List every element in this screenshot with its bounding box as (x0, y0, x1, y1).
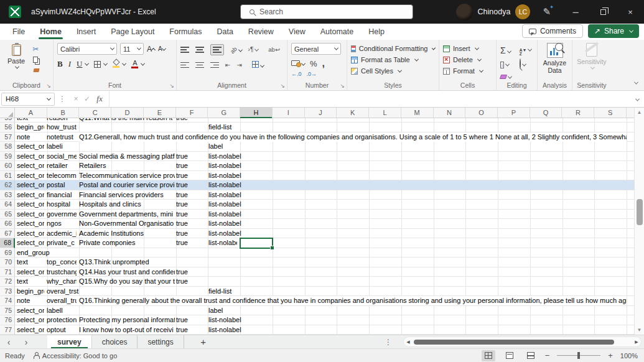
row-header-60[interactable]: 60 (0, 161, 15, 171)
borders-button[interactable] (94, 61, 101, 68)
comma-style-button[interactable]: , (322, 58, 325, 69)
table-row[interactable]: 71select_onetrustchangQ14.Has your trust… (0, 267, 634, 277)
cell-appearance[interactable]: label (208, 306, 333, 315)
scroll-down-icon[interactable]: ▼ (635, 327, 644, 333)
insert-function-button[interactable]: fx (93, 94, 106, 104)
fill-color-button[interactable] (113, 60, 119, 68)
column-header-S[interactable]: S (594, 108, 627, 118)
cell-appearance[interactable]: list-nolabel (208, 210, 333, 219)
orientation-button[interactable]: ab (230, 45, 242, 54)
zoom-slider-handle[interactable] (577, 352, 580, 359)
cell-label[interactable]: Financial services providers (79, 190, 175, 200)
row-header-75[interactable]: 75 (0, 306, 15, 316)
column-header-Q[interactable]: Q (530, 108, 562, 118)
cell-required[interactable]: true (176, 190, 206, 200)
cell-type[interactable]: select_one (17, 219, 44, 228)
cell-type[interactable]: select_one (17, 142, 44, 151)
cell-appearance[interactable]: list-nolabel (208, 238, 237, 248)
table-row[interactable]: 62select_onepostalPostal and courier ser… (0, 180, 634, 190)
sheet-tab-choices[interactable]: choices (92, 335, 138, 348)
column-header-E[interactable]: E (144, 108, 176, 118)
accounting-format-button[interactable] (291, 59, 305, 68)
row-header-55[interactable]: 55 (0, 118, 15, 123)
cell-type[interactable]: select_one (17, 229, 44, 238)
normal-view-button[interactable] (482, 350, 495, 361)
cell-label[interactable]: Private componies (79, 238, 175, 248)
number-dialog-launcher[interactable]: ↘ (340, 83, 345, 89)
cell-appearance[interactable]: list-nolabel (208, 200, 333, 209)
cell-type[interactable]: begin_group (17, 123, 44, 132)
font-name-select[interactable]: Calibri (57, 43, 117, 55)
cell-required[interactable]: true (176, 200, 206, 209)
page-layout-view-button[interactable] (503, 350, 516, 361)
cell-name[interactable]: acdemic_i (47, 229, 77, 238)
decrease-decimal-button[interactable]: .0→ (307, 71, 317, 77)
column-header-I[interactable]: I (273, 108, 305, 118)
cell-type[interactable]: text (17, 258, 44, 267)
cell-type[interactable]: select_one (17, 210, 44, 219)
column-header-N[interactable]: N (434, 108, 466, 118)
cell-type[interactable]: end_group (17, 248, 76, 258)
table-row[interactable]: 64select_onehospitalHospitals and clinic… (0, 200, 634, 210)
cell-appearance[interactable]: list-nolabel (208, 161, 333, 170)
cell-appearance[interactable]: list-nolabel (208, 180, 333, 190)
autosum-button[interactable]: Σ (500, 45, 513, 55)
share-button[interactable]: ↗ Share (588, 24, 639, 38)
cell-appearance[interactable]: label (208, 142, 333, 151)
cell-appearance[interactable]: list-nolabel (208, 325, 333, 335)
cell-required[interactable]: true (176, 277, 206, 286)
cell-required[interactable]: true (176, 325, 206, 335)
cell-name[interactable]: overall_tru (47, 296, 77, 305)
cell-label[interactable]: Academic Institutions (79, 229, 175, 238)
increase-indent-button[interactable]: ⇥ (236, 62, 241, 68)
row-header-62[interactable]: 62 (0, 180, 15, 190)
row-header-74[interactable]: 74 (0, 296, 15, 306)
cell-name[interactable]: reason (47, 118, 77, 123)
cell-label[interactable]: Q16.Thinking generally about the ovarall… (79, 296, 627, 305)
fill-button[interactable]: ↓ (500, 59, 513, 68)
row-header-68[interactable]: 68 (0, 238, 15, 248)
cell-name[interactable]: private_c (47, 238, 77, 248)
table-row[interactable]: 68select_oneprivate_cPrivate componiestr… (0, 238, 634, 248)
formula-input[interactable] (109, 91, 634, 107)
page-break-view-button[interactable] (524, 350, 538, 361)
ribbon-tab-help[interactable]: Help (361, 24, 392, 40)
ribbon-tab-home[interactable]: Home (32, 24, 69, 40)
align-right-button[interactable] (210, 62, 219, 68)
align-left-button[interactable] (180, 62, 189, 68)
accessibility-status[interactable]: Accessibility: Good to go (34, 352, 117, 360)
cell-name[interactable]: labell (47, 306, 114, 315)
zoom-slider[interactable] (557, 355, 600, 356)
cell-type[interactable]: text (17, 118, 44, 123)
row-header-67[interactable]: 67 (0, 229, 15, 239)
cancel-icon[interactable]: × (70, 95, 82, 103)
ribbon-tab-formulas[interactable]: Formulas (162, 24, 209, 40)
center-button[interactable] (195, 62, 204, 68)
cell-label[interactable]: I know how to opt-out of receivi (79, 325, 175, 335)
cell-name[interactable]: governme (47, 210, 77, 219)
table-row[interactable]: 66select_onengosNon-Governmental Organis… (0, 219, 634, 229)
row-header-61[interactable]: 61 (0, 171, 15, 181)
cell-label[interactable]: Q14.Has your trust and confiden (79, 267, 175, 277)
cell-name[interactable]: how_trust (47, 123, 114, 132)
table-row[interactable]: 70texttop_conceQ13.Think unprompted (0, 258, 634, 267)
cut-button[interactable]: ✂ (32, 45, 40, 53)
column-header-P[interactable]: P (498, 108, 530, 118)
zoom-in-button[interactable]: + (608, 351, 613, 360)
cell-label[interactable]: Retailers (79, 161, 175, 170)
increase-decimal-button[interactable]: ←.0 (291, 71, 302, 77)
find-select-button[interactable] (520, 59, 533, 68)
percent-style-button[interactable]: % (310, 59, 317, 68)
vertical-scroll-thumb[interactable] (637, 199, 643, 225)
cell-required[interactable]: true (176, 171, 206, 180)
comments-button[interactable]: Comments (522, 24, 583, 38)
wrap-text-button[interactable]: ab↩ (268, 46, 280, 53)
cell-label[interactable]: Q15.Why do you say that your t (79, 277, 175, 286)
column-header-C[interactable]: C (79, 108, 111, 118)
vertical-scrollbar[interactable]: ▲ ▼ (634, 108, 644, 335)
row-header-77[interactable]: 77 (0, 325, 15, 335)
row-header-56[interactable]: 56 (0, 123, 15, 132)
table-row[interactable]: 74noteoverall_truQ16.Thinking generally … (0, 296, 634, 306)
cell-type[interactable]: text (17, 277, 44, 286)
row-header-64[interactable]: 64 (0, 200, 15, 210)
